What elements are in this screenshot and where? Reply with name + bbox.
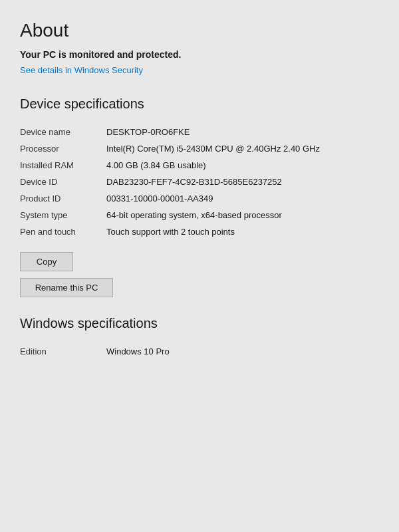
spec-value: DESKTOP-0RO6FKE — [106, 124, 379, 140]
security-link[interactable]: See details in Windows Security — [20, 65, 143, 75]
spec-label: System type — [20, 207, 106, 223]
spec-value: 00331-10000-00001-AA349 — [106, 190, 379, 207]
action-buttons: Copy Rename this PC — [20, 252, 379, 297]
table-row: Product ID 00331-10000-00001-AA349 — [20, 190, 379, 207]
spec-value: Windows 10 Pro — [106, 343, 379, 360]
table-row: Device ID DAB23230-FEF7-4C92-B31D-5685E6… — [20, 174, 379, 190]
table-row: Installed RAM 4.00 GB (3.84 GB usable) — [20, 157, 379, 174]
spec-label: Edition — [20, 343, 106, 360]
page-title: About — [20, 20, 379, 41]
windows-specs-table: Edition Windows 10 Pro — [20, 343, 379, 360]
spec-label: Installed RAM — [20, 157, 106, 174]
spec-value: Touch support with 2 touch points — [106, 223, 379, 240]
spec-label: Processor — [20, 140, 106, 157]
spec-label: Product ID — [20, 190, 106, 207]
spec-value: 4.00 GB (3.84 GB usable) — [106, 157, 379, 174]
table-row: System type 64-bit operating system, x64… — [20, 207, 379, 223]
device-specs-title: Device specifications — [20, 96, 379, 112]
spec-value: 64-bit operating system, x64-based proce… — [106, 207, 379, 223]
device-specs-table: Device name DESKTOP-0RO6FKE Processor In… — [20, 124, 379, 240]
security-status-text: Your PC is monitored and protected. — [20, 49, 379, 60]
table-row: Device name DESKTOP-0RO6FKE — [20, 124, 379, 140]
spec-value: Intel(R) Core(TM) i5-2430M CPU @ 2.40GHz… — [106, 140, 379, 157]
spec-label: Device name — [20, 124, 106, 140]
copy-button[interactable]: Copy — [20, 252, 73, 271]
table-row: Edition Windows 10 Pro — [20, 343, 379, 360]
spec-value: DAB23230-FEF7-4C92-B31D-5685E6237252 — [106, 174, 379, 190]
rename-pc-button[interactable]: Rename this PC — [20, 278, 113, 297]
spec-label: Device ID — [20, 174, 106, 190]
table-row: Processor Intel(R) Core(TM) i5-2430M CPU… — [20, 140, 379, 157]
windows-specs-title: Windows specifications — [20, 316, 379, 331]
spec-label: Pen and touch — [20, 223, 106, 240]
table-row: Pen and touch Touch support with 2 touch… — [20, 223, 379, 240]
